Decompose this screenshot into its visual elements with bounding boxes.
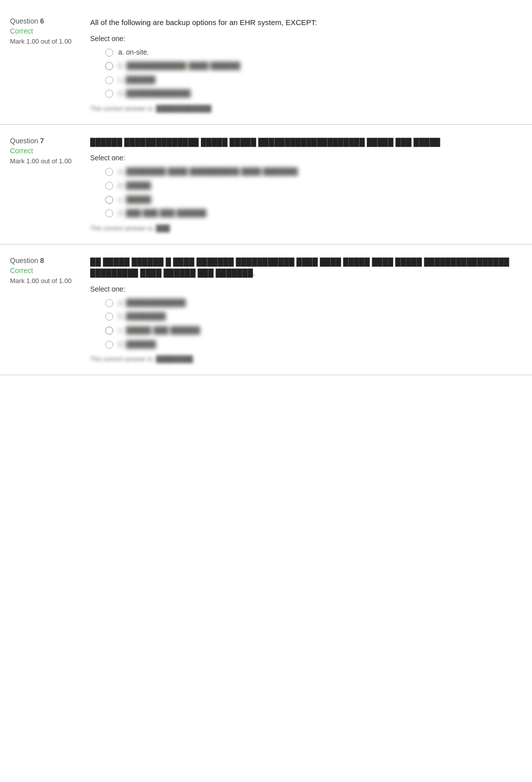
question-mark-7: Mark 1.00 out of 1.00 — [10, 157, 75, 166]
option-item-7-a[interactable]: a. ████████ ████ ██████████ ████ ███████ — [105, 167, 522, 177]
option-radio-7-a[interactable] — [105, 168, 113, 176]
question-status-7: Correct — [10, 147, 75, 155]
option-text-7-c: c. █████. — [118, 195, 153, 205]
option-item-8-d[interactable]: d. ██████. — [105, 340, 522, 350]
question-number-8: 8 — [40, 256, 44, 265]
option-item-7-d[interactable]: d. ███ ███ ███ ██████ — [105, 208, 522, 218]
question-text-7: ██████ ██████████████ █████ █████ ██████… — [90, 137, 522, 148]
option-radio-6-a[interactable] — [105, 49, 113, 57]
option-item-8-a[interactable]: a. ████████████. — [105, 298, 522, 308]
question-label-8: Question 8 — [10, 256, 75, 265]
option-text-6-d: d. █████████████. — [118, 89, 192, 99]
option-item-8-c[interactable]: c. █████ ███ ██████ — [105, 326, 522, 336]
option-text-7-a: a. ████████ ████ ██████████ ████ ███████ — [118, 167, 298, 177]
options-list-7: a. ████████ ████ ██████████ ████ ███████… — [105, 167, 522, 218]
option-item-6-a[interactable]: a. on-site. — [105, 48, 522, 58]
select-label-8: Select one: — [90, 285, 522, 293]
option-radio-7-c[interactable] — [105, 196, 113, 204]
option-item-6-c[interactable]: c. ██████. — [105, 75, 522, 85]
option-text-8-b: b. ████████. — [118, 312, 168, 322]
question-content-8: ██ █████ ██████ █ ████ ███████ █████████… — [85, 252, 532, 367]
option-text-6-a: a. on-site. — [118, 48, 149, 58]
question-meta-7: Question 7 Correct Mark 1.00 out of 1.00 — [0, 133, 85, 236]
option-text-7-d: d. ███ ███ ███ ██████ — [118, 208, 206, 218]
question-block-8: Question 8 Correct Mark 1.00 out of 1.00… — [0, 244, 532, 375]
question-status-8: Correct — [10, 267, 75, 275]
select-label-7: Select one: — [90, 154, 522, 162]
question-number-7: 7 — [40, 137, 44, 145]
question-text-8: ██ █████ ██████ █ ████ ███████ █████████… — [90, 256, 522, 279]
question-number-6: 6 — [40, 17, 44, 25]
question-meta-6: Question 6 Correct Mark 1.00 out of 1.00 — [0, 13, 85, 116]
page-container: Question 6 Correct Mark 1.00 out of 1.00… — [0, 0, 532, 380]
answer-feedback-8: The correct answer is: ████████ — [90, 355, 522, 363]
option-text-6-c: c. ██████. — [118, 75, 157, 85]
option-item-7-c[interactable]: c. █████. — [105, 195, 522, 205]
option-radio-8-c[interactable] — [105, 327, 113, 335]
answer-feedback-6: The correct answer is: ████████████ — [90, 105, 522, 112]
option-radio-7-b[interactable] — [105, 182, 113, 190]
option-text-8-a: a. ████████████. — [118, 298, 187, 308]
option-item-6-b[interactable]: b. ████████████ ████ ██████ — [105, 61, 522, 71]
option-radio-7-d[interactable] — [105, 209, 113, 217]
options-list-8: a. ████████████.b. ████████.c. █████ ███… — [105, 298, 522, 349]
option-text-7-b: b. █████. — [118, 181, 153, 191]
option-item-8-b[interactable]: b. ████████. — [105, 312, 522, 322]
option-item-6-d[interactable]: d. █████████████. — [105, 89, 522, 99]
option-text-8-d: d. ██████. — [118, 340, 158, 350]
option-radio-8-a[interactable] — [105, 299, 113, 307]
question-status-6: Correct — [10, 27, 75, 35]
question-mark-8: Mark 1.00 out of 1.00 — [10, 277, 75, 286]
options-list-6: a. on-site.b. ████████████ ████ ██████c.… — [105, 48, 522, 99]
answer-feedback-7: The correct answer is: ███ — [90, 224, 522, 232]
option-radio-6-c[interactable] — [105, 76, 113, 84]
question-meta-8: Question 8 Correct Mark 1.00 out of 1.00 — [0, 252, 85, 367]
option-radio-8-b[interactable] — [105, 313, 113, 321]
question-label-6: Question 6 — [10, 17, 75, 25]
question-mark-6: Mark 1.00 out of 1.00 — [10, 37, 75, 46]
option-item-7-b[interactable]: b. █████. — [105, 181, 522, 191]
select-label-6: Select one: — [90, 35, 522, 43]
option-radio-8-d[interactable] — [105, 341, 113, 349]
option-text-6-b: b. ████████████ ████ ██████ — [118, 61, 240, 71]
option-text-8-c: c. █████ ███ ██████ — [118, 326, 200, 336]
question-content-7: ██████ ██████████████ █████ █████ ██████… — [85, 133, 532, 236]
question-block-7: Question 7 Correct Mark 1.00 out of 1.00… — [0, 125, 532, 244]
question-label-7: Question 7 — [10, 137, 75, 145]
question-block-6: Question 6 Correct Mark 1.00 out of 1.00… — [0, 5, 532, 125]
question-text-6: All of the following are backup options … — [90, 17, 522, 29]
option-radio-6-b[interactable] — [105, 62, 113, 70]
question-content-6: All of the following are backup options … — [85, 13, 532, 116]
option-radio-6-d[interactable] — [105, 90, 113, 98]
